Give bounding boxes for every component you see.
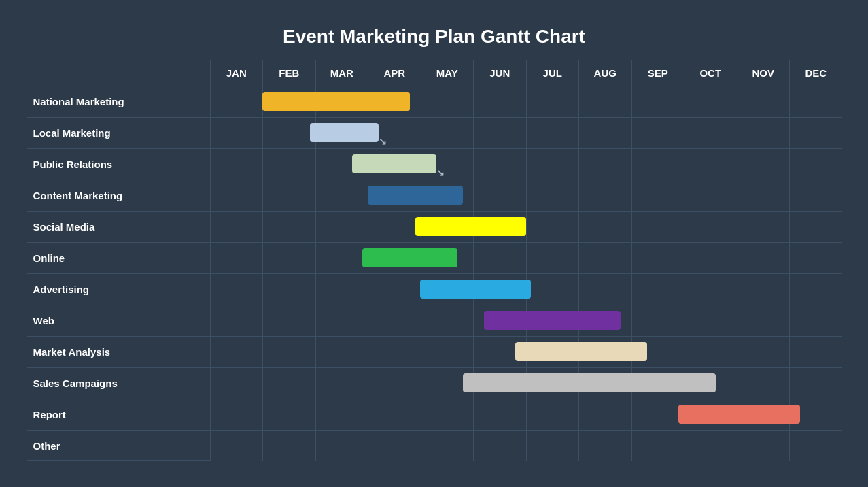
month-cell — [315, 368, 368, 399]
month-cell — [421, 305, 474, 336]
gantt-row — [210, 117, 842, 148]
month-cell — [737, 212, 790, 242]
month-headers: JANFEBMARAPRMAYJUNJULAUGSEPOCTNOVDEC — [210, 60, 842, 86]
chart-title: Event Marketing Plan Gantt Chart — [27, 26, 842, 48]
month-cell — [578, 180, 631, 211]
month-cell — [578, 274, 631, 305]
month-cell — [368, 305, 421, 336]
month-cell — [526, 337, 579, 367]
month-cell — [789, 337, 842, 367]
month-cell — [368, 368, 421, 399]
month-cell — [737, 337, 790, 367]
month-cell — [421, 368, 474, 399]
month-cell — [262, 86, 315, 117]
row-label: Social Media — [27, 211, 210, 242]
month-cell — [368, 180, 421, 211]
month-cell — [315, 180, 368, 211]
month-cell — [473, 180, 526, 211]
gantt-wrapper: National MarketingLocal MarketingPublic … — [27, 60, 842, 461]
month-cell — [578, 431, 631, 461]
month-cell — [578, 118, 631, 148]
row-labels: National MarketingLocal MarketingPublic … — [27, 60, 210, 461]
month-cell — [737, 118, 790, 148]
month-header: NOV — [737, 60, 790, 86]
month-cell — [684, 305, 737, 336]
gantt-row — [210, 305, 842, 336]
month-header: SEP — [631, 60, 684, 86]
month-cell — [789, 118, 842, 148]
month-cell — [473, 149, 526, 180]
month-cell — [210, 118, 263, 148]
month-cell — [789, 86, 842, 117]
month-cell — [210, 243, 263, 273]
row-label: Local Marketing — [27, 117, 210, 148]
gantt-row — [210, 273, 842, 305]
month-cell — [789, 399, 842, 430]
month-cell — [262, 274, 315, 305]
month-cell — [789, 274, 842, 305]
month-cell — [315, 399, 368, 430]
month-cell — [368, 86, 421, 117]
month-cell — [421, 180, 474, 211]
month-cell — [210, 305, 263, 336]
month-cell — [473, 86, 526, 117]
month-cell — [578, 368, 631, 399]
month-cell — [368, 149, 421, 180]
month-cell — [578, 86, 631, 117]
month-cell — [684, 431, 737, 461]
month-cell — [262, 243, 315, 273]
month-cell — [262, 212, 315, 242]
month-cell — [315, 118, 368, 148]
month-cell — [421, 431, 474, 461]
row-label: Market Analysis — [27, 336, 210, 367]
month-header: AUG — [578, 60, 631, 86]
month-cell — [473, 212, 526, 242]
month-cell — [473, 337, 526, 367]
month-cell — [368, 274, 421, 305]
month-cell — [315, 431, 368, 461]
month-cell — [684, 149, 737, 180]
month-cell — [578, 243, 631, 273]
row-label: Online — [27, 242, 210, 273]
month-cell — [737, 305, 790, 336]
row-label: Sales Campaigns — [27, 367, 210, 399]
month-header: FEB — [262, 60, 315, 86]
row-label: Web — [27, 305, 210, 336]
month-cell — [578, 399, 631, 430]
month-cell — [421, 337, 474, 367]
month-cell — [315, 86, 368, 117]
month-cell — [368, 118, 421, 148]
month-cell — [631, 399, 684, 430]
month-cell — [737, 399, 790, 430]
month-cell — [473, 118, 526, 148]
month-cell — [421, 118, 474, 148]
month-header: APR — [368, 60, 421, 86]
month-cell — [262, 149, 315, 180]
month-cell — [262, 399, 315, 430]
month-cell — [210, 431, 263, 461]
month-cell — [473, 368, 526, 399]
month-cell — [210, 337, 263, 367]
month-cell — [526, 399, 579, 430]
month-cell — [526, 118, 579, 148]
month-cell — [631, 243, 684, 273]
month-header: MAR — [315, 60, 368, 86]
month-cell — [631, 212, 684, 242]
row-label: Advertising — [27, 273, 210, 305]
chart-container: Event Marketing Plan Gantt Chart Nationa… — [13, 12, 856, 475]
month-cell — [262, 431, 315, 461]
month-cell — [368, 431, 421, 461]
month-cell — [526, 368, 579, 399]
month-cell — [737, 180, 790, 211]
month-cell — [210, 180, 263, 211]
month-cell — [473, 305, 526, 336]
month-cell — [684, 337, 737, 367]
month-cell — [526, 86, 579, 117]
month-cell — [473, 431, 526, 461]
month-cell — [631, 431, 684, 461]
month-cell — [526, 149, 579, 180]
month-cell — [684, 212, 737, 242]
month-cell — [631, 368, 684, 399]
month-cell — [631, 149, 684, 180]
gantt-row — [210, 336, 842, 367]
